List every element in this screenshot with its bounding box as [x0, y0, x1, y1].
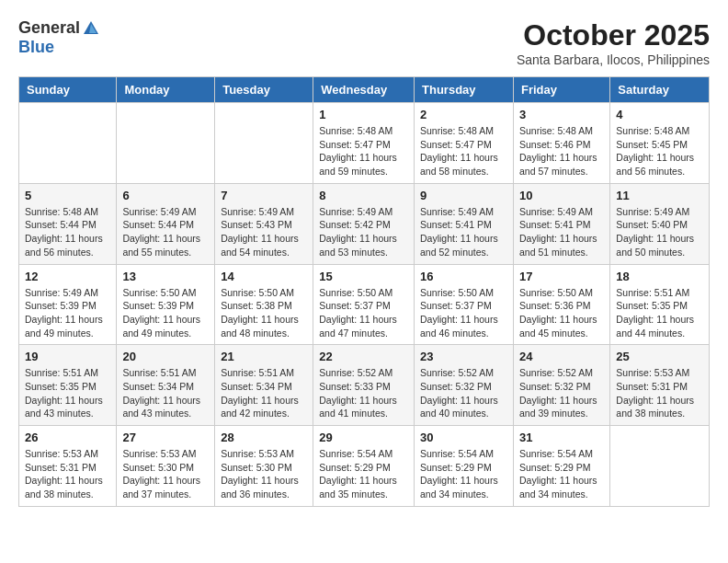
day-info: Sunrise: 5:48 AM Sunset: 5:46 PM Dayligh…: [519, 124, 604, 178]
calendar-cell: 25Sunrise: 5:53 AM Sunset: 5:31 PM Dayli…: [610, 345, 710, 426]
header-wednesday: Wednesday: [313, 77, 415, 103]
day-number: 14: [221, 270, 307, 283]
calendar-cell: 16Sunrise: 5:50 AM Sunset: 5:37 PM Dayli…: [415, 264, 514, 345]
calendar-week-row: 1Sunrise: 5:48 AM Sunset: 5:47 PM Daylig…: [19, 103, 710, 184]
calendar-cell: 31Sunrise: 5:54 AM Sunset: 5:29 PM Dayli…: [513, 426, 609, 507]
day-number: 20: [122, 350, 209, 363]
day-info: Sunrise: 5:49 AM Sunset: 5:42 PM Dayligh…: [319, 205, 408, 259]
day-info: Sunrise: 5:49 AM Sunset: 5:44 PM Dayligh…: [122, 205, 209, 259]
calendar-cell: 20Sunrise: 5:51 AM Sunset: 5:34 PM Dayli…: [117, 345, 215, 426]
header-tuesday: Tuesday: [215, 77, 313, 103]
location-text: Santa Barbara, Ilocos, Philippines: [517, 52, 710, 67]
calendar-cell: 14Sunrise: 5:50 AM Sunset: 5:38 PM Dayli…: [215, 264, 313, 345]
day-number: 1: [319, 108, 408, 121]
calendar-cell: 1Sunrise: 5:48 AM Sunset: 5:47 PM Daylig…: [313, 103, 415, 184]
calendar-cell: 8Sunrise: 5:49 AM Sunset: 5:42 PM Daylig…: [313, 183, 415, 264]
day-number: 3: [519, 108, 604, 121]
day-info: Sunrise: 5:49 AM Sunset: 5:41 PM Dayligh…: [420, 205, 507, 259]
day-info: Sunrise: 5:52 AM Sunset: 5:33 PM Dayligh…: [319, 366, 408, 420]
logo-blue-text: Blue: [18, 38, 54, 57]
day-info: Sunrise: 5:54 AM Sunset: 5:29 PM Dayligh…: [519, 447, 604, 501]
day-number: 13: [122, 270, 209, 283]
day-number: 12: [25, 270, 110, 283]
day-number: 26: [25, 431, 110, 444]
calendar-cell: 30Sunrise: 5:54 AM Sunset: 5:29 PM Dayli…: [415, 426, 514, 507]
calendar-cell: [610, 426, 710, 507]
calendar-cell: 17Sunrise: 5:50 AM Sunset: 5:36 PM Dayli…: [513, 264, 609, 345]
day-info: Sunrise: 5:53 AM Sunset: 5:30 PM Dayligh…: [221, 447, 307, 501]
calendar-cell: 15Sunrise: 5:50 AM Sunset: 5:37 PM Dayli…: [313, 264, 415, 345]
day-number: 30: [420, 431, 507, 444]
calendar-cell: 3Sunrise: 5:48 AM Sunset: 5:46 PM Daylig…: [513, 103, 609, 184]
day-info: Sunrise: 5:50 AM Sunset: 5:39 PM Dayligh…: [122, 286, 209, 340]
calendar-cell: 19Sunrise: 5:51 AM Sunset: 5:35 PM Dayli…: [19, 345, 117, 426]
day-number: 17: [519, 270, 604, 283]
day-info: Sunrise: 5:52 AM Sunset: 5:32 PM Dayligh…: [420, 366, 507, 420]
calendar-cell: 24Sunrise: 5:52 AM Sunset: 5:32 PM Dayli…: [513, 345, 609, 426]
day-info: Sunrise: 5:48 AM Sunset: 5:45 PM Dayligh…: [616, 124, 703, 178]
header-friday: Friday: [513, 77, 609, 103]
calendar-week-row: 5Sunrise: 5:48 AM Sunset: 5:44 PM Daylig…: [19, 183, 710, 264]
day-info: Sunrise: 5:51 AM Sunset: 5:34 PM Dayligh…: [221, 366, 307, 420]
day-info: Sunrise: 5:49 AM Sunset: 5:39 PM Dayligh…: [25, 286, 110, 340]
day-number: 25: [616, 350, 703, 363]
day-info: Sunrise: 5:52 AM Sunset: 5:32 PM Dayligh…: [519, 366, 604, 420]
calendar-cell: 10Sunrise: 5:49 AM Sunset: 5:41 PM Dayli…: [513, 183, 609, 264]
day-info: Sunrise: 5:48 AM Sunset: 5:44 PM Dayligh…: [25, 205, 110, 259]
header-saturday: Saturday: [610, 77, 710, 103]
day-number: 21: [221, 350, 307, 363]
day-info: Sunrise: 5:49 AM Sunset: 5:40 PM Dayligh…: [616, 205, 703, 259]
calendar-cell: 21Sunrise: 5:51 AM Sunset: 5:34 PM Dayli…: [215, 345, 313, 426]
day-number: 29: [319, 431, 408, 444]
calendar-cell: [19, 103, 117, 184]
day-info: Sunrise: 5:50 AM Sunset: 5:37 PM Dayligh…: [420, 286, 507, 340]
day-number: 31: [519, 431, 604, 444]
day-info: Sunrise: 5:48 AM Sunset: 5:47 PM Dayligh…: [420, 124, 507, 178]
day-number: 24: [519, 350, 604, 363]
calendar-cell: [117, 103, 215, 184]
day-info: Sunrise: 5:54 AM Sunset: 5:29 PM Dayligh…: [420, 447, 507, 501]
day-info: Sunrise: 5:50 AM Sunset: 5:38 PM Dayligh…: [221, 286, 307, 340]
header-sunday: Sunday: [19, 77, 117, 103]
month-title: October 2025: [517, 18, 710, 52]
day-number: 2: [420, 108, 507, 121]
day-number: 11: [616, 189, 703, 202]
day-number: 22: [319, 350, 408, 363]
calendar-cell: 27Sunrise: 5:53 AM Sunset: 5:30 PM Dayli…: [117, 426, 215, 507]
day-info: Sunrise: 5:53 AM Sunset: 5:30 PM Dayligh…: [122, 447, 209, 501]
calendar-cell: 26Sunrise: 5:53 AM Sunset: 5:31 PM Dayli…: [19, 426, 117, 507]
day-number: 9: [420, 189, 507, 202]
calendar-cell: 11Sunrise: 5:49 AM Sunset: 5:40 PM Dayli…: [610, 183, 710, 264]
calendar-cell: 23Sunrise: 5:52 AM Sunset: 5:32 PM Dayli…: [415, 345, 514, 426]
title-section: October 2025 Santa Barbara, Ilocos, Phil…: [517, 18, 710, 67]
calendar-header-row: Sunday Monday Tuesday Wednesday Thursday…: [19, 77, 710, 103]
calendar-cell: 7Sunrise: 5:49 AM Sunset: 5:43 PM Daylig…: [215, 183, 313, 264]
day-number: 27: [122, 431, 209, 444]
day-number: 8: [319, 189, 408, 202]
header-thursday: Thursday: [415, 77, 514, 103]
logo-icon: [82, 19, 100, 38]
day-number: 10: [519, 189, 604, 202]
day-number: 7: [221, 189, 307, 202]
calendar-week-row: 26Sunrise: 5:53 AM Sunset: 5:31 PM Dayli…: [19, 426, 710, 507]
day-number: 28: [221, 431, 307, 444]
page-header: General Blue October 2025 Santa Barbara,…: [18, 18, 710, 67]
calendar-cell: 6Sunrise: 5:49 AM Sunset: 5:44 PM Daylig…: [117, 183, 215, 264]
calendar-cell: 29Sunrise: 5:54 AM Sunset: 5:29 PM Dayli…: [313, 426, 415, 507]
day-info: Sunrise: 5:51 AM Sunset: 5:35 PM Dayligh…: [25, 366, 110, 420]
day-number: 19: [25, 350, 110, 363]
day-info: Sunrise: 5:53 AM Sunset: 5:31 PM Dayligh…: [25, 447, 110, 501]
day-info: Sunrise: 5:54 AM Sunset: 5:29 PM Dayligh…: [319, 447, 408, 501]
day-number: 18: [616, 270, 703, 283]
calendar-cell: 22Sunrise: 5:52 AM Sunset: 5:33 PM Dayli…: [313, 345, 415, 426]
header-monday: Monday: [117, 77, 215, 103]
calendar-cell: 18Sunrise: 5:51 AM Sunset: 5:35 PM Dayli…: [610, 264, 710, 345]
calendar-table: Sunday Monday Tuesday Wednesday Thursday…: [18, 76, 710, 507]
calendar-cell: 9Sunrise: 5:49 AM Sunset: 5:41 PM Daylig…: [415, 183, 514, 264]
logo-general-text: General: [18, 18, 80, 38]
day-info: Sunrise: 5:51 AM Sunset: 5:35 PM Dayligh…: [616, 286, 703, 340]
calendar-cell: 12Sunrise: 5:49 AM Sunset: 5:39 PM Dayli…: [19, 264, 117, 345]
day-info: Sunrise: 5:49 AM Sunset: 5:41 PM Dayligh…: [519, 205, 604, 259]
calendar-cell: 4Sunrise: 5:48 AM Sunset: 5:45 PM Daylig…: [610, 103, 710, 184]
logo: General Blue: [18, 18, 100, 57]
